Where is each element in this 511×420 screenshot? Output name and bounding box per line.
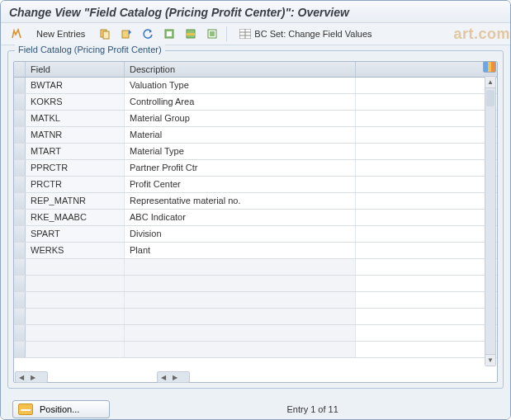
row-selector[interactable] [14, 144, 26, 159]
toggle-other-view-button[interactable] [7, 26, 26, 42]
table-header: Field Description [14, 62, 497, 78]
undo-icon [142, 28, 154, 40]
row-selector[interactable] [14, 210, 26, 225]
cell-field[interactable]: BWTAR [26, 78, 125, 93]
svg-rect-6 [187, 33, 195, 35]
cell-description[interactable]: Division [125, 226, 356, 242]
cell-field[interactable]: RKE_MAABC [26, 210, 125, 225]
vertical-scrollbar[interactable]: ▲ ▼ [485, 76, 496, 366]
cell-description[interactable]: Material Group [125, 111, 356, 126]
h-scroll-right-prev-icon[interactable]: ◀ [16, 372, 27, 382]
page-title: Change View "Field Catalog (Pricing Prof… [9, 6, 502, 19]
select-all-icon [163, 28, 175, 40]
table-row[interactable]: MATKLMaterial Group [14, 111, 497, 127]
bcset-button[interactable]: BC Set: Change Field Values [232, 26, 379, 42]
configure-columns-button[interactable] [483, 61, 496, 73]
table-row[interactable]: MATNRMaterial [14, 127, 497, 144]
cell-description[interactable]: Partner Profit Ctr [125, 160, 356, 176]
cell-description [125, 292, 356, 308]
table-row[interactable]: PRCTRProfit Center [14, 177, 497, 193]
table-row[interactable] [14, 325, 497, 342]
row-selector[interactable] [14, 309, 26, 324]
cell-description[interactable]: Material Type [125, 144, 356, 159]
table-row[interactable] [14, 342, 497, 358]
cell-field[interactable]: MTART [26, 144, 125, 159]
h-scroll-left[interactable]: ◀ ▶ [157, 371, 190, 383]
delete-button[interactable] [117, 26, 135, 42]
cell-field[interactable]: SPART [26, 226, 125, 242]
cell-description[interactable]: Representative material no. [125, 193, 356, 209]
row-selector[interactable] [14, 78, 26, 93]
toolbar: New Entries BC Set: Change Field Values … [1, 23, 510, 45]
cell-field[interactable]: KOKRS [26, 94, 125, 110]
table-row[interactable]: SPARTDivision [14, 226, 497, 243]
row-selector[interactable] [14, 243, 26, 258]
copy-as-button[interactable] [96, 26, 114, 42]
table-row[interactable] [14, 276, 497, 292]
row-selector[interactable] [14, 226, 26, 242]
cell-description [125, 276, 356, 291]
col-description[interactable]: Description [125, 62, 356, 77]
row-selector[interactable] [14, 325, 26, 341]
row-selector[interactable] [14, 292, 26, 308]
table-row[interactable]: WERKSPlant [14, 243, 497, 259]
cell-description[interactable]: Controlling Area [125, 94, 356, 110]
table-row[interactable] [14, 292, 497, 309]
col-select[interactable] [14, 62, 26, 77]
row-selector[interactable] [14, 177, 26, 192]
select-all-button[interactable] [160, 26, 178, 42]
row-selector[interactable] [14, 276, 26, 291]
table-row[interactable] [14, 309, 497, 325]
row-selector[interactable] [14, 160, 26, 176]
cell-field[interactable]: MATNR [26, 127, 125, 143]
h-scroll-left-next-icon[interactable]: ▶ [169, 372, 181, 382]
deselect-all-button[interactable] [203, 26, 221, 42]
footer: Position... Entry 1 of 11 [1, 392, 510, 420]
table-row[interactable]: RKE_MAABCABC Indicator [14, 210, 497, 226]
select-block-button[interactable] [182, 26, 200, 42]
cell-description[interactable]: ABC Indicator [125, 210, 356, 225]
copy-icon [99, 28, 111, 40]
table-body: BWTARValuation TypeKOKRSControlling Area… [14, 78, 497, 382]
select-block-icon [185, 28, 196, 40]
cell-description [125, 325, 356, 341]
table: Field Description BWTARValuation TypeKOK… [13, 61, 498, 383]
position-button[interactable]: Position... [12, 400, 110, 418]
scroll-up-icon[interactable]: ▲ [485, 77, 495, 88]
row-selector[interactable] [14, 111, 26, 126]
row-selector[interactable] [14, 193, 26, 209]
svg-rect-2 [122, 31, 129, 38]
h-scroll-right-next-icon[interactable]: ▶ [27, 372, 39, 382]
h-scroll-right[interactable]: ◀ ▶ [15, 371, 48, 383]
h-scroll-left-prev-icon[interactable]: ◀ [158, 372, 169, 382]
table-row[interactable]: MTARTMaterial Type [14, 144, 497, 160]
scroll-down-icon[interactable]: ▼ [485, 354, 495, 366]
toggle-other-view-icon [11, 28, 22, 40]
undo-button[interactable] [139, 26, 157, 42]
cell-description[interactable]: Plant [125, 243, 356, 258]
row-selector[interactable] [14, 127, 26, 143]
cell-field[interactable]: PRCTR [26, 177, 125, 192]
cell-description[interactable]: Material [125, 127, 356, 143]
new-entries-button[interactable]: New Entries [29, 26, 92, 42]
scroll-thumb[interactable] [486, 90, 494, 106]
cell-field[interactable]: REP_MATNR [26, 193, 125, 209]
row-selector[interactable] [14, 259, 26, 275]
toolbar-divider [226, 26, 227, 41]
table-row[interactable]: KOKRSControlling Area [14, 94, 497, 111]
table-row[interactable]: REP_MATNRRepresentative material no. [14, 193, 497, 210]
cell-field[interactable]: MATKL [26, 111, 125, 126]
cell-field[interactable]: PPRCTR [26, 160, 125, 176]
table-row[interactable]: PPRCTRPartner Profit Ctr [14, 160, 497, 177]
group-box: Field Catalog (Pricing Profit Center) Fi… [7, 50, 504, 389]
row-selector[interactable] [14, 94, 26, 110]
row-selector[interactable] [14, 342, 26, 357]
cell-field [26, 309, 125, 324]
cell-description[interactable]: Valuation Type [125, 78, 356, 93]
table-row[interactable] [14, 259, 497, 276]
table-row[interactable]: BWTARValuation Type [14, 78, 497, 94]
cell-field[interactable]: WERKS [26, 243, 125, 258]
col-field[interactable]: Field [26, 62, 125, 77]
cell-field [26, 276, 125, 291]
cell-description[interactable]: Profit Center [125, 177, 356, 192]
